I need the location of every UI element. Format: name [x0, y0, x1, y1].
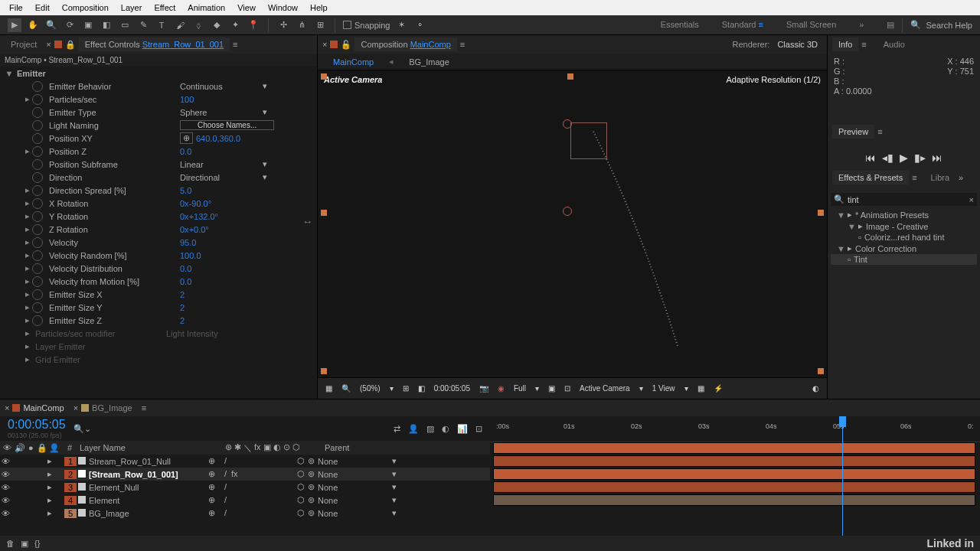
eye-icon[interactable]: 👁: [2, 457, 10, 466]
snapping-checkbox[interactable]: Snapping: [343, 21, 390, 30]
next-frame-icon[interactable]: ▮▸: [914, 152, 926, 164]
value[interactable]: +0.0°: [189, 225, 209, 234]
puppet-tool-icon[interactable]: 📍: [247, 18, 260, 32]
prop-velocity-distribution[interactable]: ▸Velocity Distribution0.0: [0, 262, 317, 275]
mask-icon[interactable]: ◧: [418, 384, 425, 393]
snapshot-icon[interactable]: 📷: [479, 384, 488, 393]
parent-dropdown[interactable]: None: [318, 457, 338, 466]
menu-help[interactable]: Help: [304, 2, 334, 14]
stopwatch-icon[interactable]: [32, 224, 43, 235]
prop-z-rotation[interactable]: ▸Z Rotation0x+0.0°: [0, 223, 317, 236]
value[interactable]: 640.0,360.0: [196, 134, 240, 143]
chevron-down-icon[interactable]: ▾: [639, 384, 643, 393]
value[interactable]: 0.0: [180, 147, 191, 156]
panel-menu-icon[interactable]: ≡: [460, 40, 465, 49]
prev-frame-icon[interactable]: ◂▮: [882, 152, 893, 164]
res-icon[interactable]: ⊞: [403, 384, 409, 393]
menu-composition[interactable]: Composition: [56, 2, 115, 14]
layer-bar[interactable]: [493, 494, 975, 506]
timeline-timecode[interactable]: 0:00:05:05: [8, 418, 66, 432]
pickwhip-icon[interactable]: ⊚: [308, 508, 315, 518]
hand-tool-icon[interactable]: ✋: [26, 18, 40, 32]
stopwatch-icon[interactable]: [32, 263, 43, 274]
tl-opt-icon[interactable]: ⇄: [394, 424, 400, 434]
current-time-indicator[interactable]: [842, 416, 843, 551]
tl-graph-icon[interactable]: 📊: [457, 424, 468, 434]
fast-preview-icon[interactable]: ⚡: [714, 384, 723, 393]
overflow-icon[interactable]: »: [959, 173, 963, 182]
value[interactable]: +132.0°: [189, 212, 218, 221]
eye-column-icon[interactable]: 👁: [3, 443, 11, 453]
stopwatch-icon[interactable]: [32, 237, 43, 248]
axis2-icon[interactable]: ⋔: [295, 18, 309, 32]
chevron-down-icon[interactable]: ▾: [392, 482, 397, 492]
dropdown[interactable]: Linear▾: [180, 159, 272, 169]
value[interactable]: 0x: [180, 199, 189, 208]
prop-particles-sec[interactable]: ▸Particles/sec100: [0, 93, 317, 106]
stopwatch-icon[interactable]: [32, 289, 43, 300]
workspace-overflow-icon[interactable]: »: [859, 20, 864, 30]
stopwatch-icon[interactable]: [32, 94, 43, 105]
dropdown[interactable]: Continuous▾: [180, 81, 272, 91]
3d-switch[interactable]: ⬡: [297, 469, 305, 479]
comp-mini-icon[interactable]: ▣: [21, 539, 28, 549]
prop-light-naming[interactable]: Light NamingChoose Names...: [0, 119, 317, 132]
orbit-tool-icon[interactable]: ⟳: [63, 18, 77, 32]
fx-switch[interactable]: fx: [231, 469, 238, 479]
panel-menu-icon[interactable]: ≡: [877, 127, 882, 136]
prop-position-subframe[interactable]: Position SubframeLinear▾: [0, 158, 317, 171]
exposure-icon[interactable]: ◐: [812, 384, 819, 393]
timeline-ruler[interactable]: :00s01s02s03s04s05s06s0:: [490, 416, 980, 442]
value[interactable]: 0x: [180, 225, 189, 234]
value[interactable]: 2: [180, 303, 185, 312]
chevron-down-icon[interactable]: ▾: [392, 495, 397, 505]
value[interactable]: 0.0: [180, 277, 191, 286]
menu-view[interactable]: View: [231, 2, 262, 14]
stopwatch-icon[interactable]: [32, 315, 43, 326]
play-icon[interactable]: ▶: [900, 152, 908, 164]
tab-info[interactable]: Info: [832, 37, 858, 51]
3d-switch[interactable]: ⬡: [297, 508, 305, 518]
solo-column-icon[interactable]: ●: [28, 443, 34, 453]
value[interactable]: 100.0: [180, 251, 201, 260]
switch[interactable]: ⊕: [208, 508, 215, 518]
prop-position-xy[interactable]: Position XY⊕640.0,360.0: [0, 132, 317, 145]
stopwatch-icon[interactable]: [32, 302, 43, 313]
composition-viewer[interactable]: Active Camera Adaptive Resolution (1/2) …: [318, 70, 827, 377]
switch[interactable]: /: [224, 469, 227, 479]
effects-tree-item[interactable]: ▫Tint: [831, 254, 977, 265]
chevron-down-icon[interactable]: ▾: [392, 469, 397, 479]
transparency-icon[interactable]: ▣: [548, 384, 555, 393]
menu-file[interactable]: File: [3, 2, 29, 14]
prop-x-rotation[interactable]: ▸X Rotation0x-90.0°: [0, 197, 317, 210]
prop-emitter-size-z[interactable]: ▸Emitter Size Z2: [0, 314, 317, 327]
tab-effect-controls[interactable]: Effect Controls Stream_Row_01_001: [79, 37, 230, 51]
tab-close-icon[interactable]: ×: [322, 40, 327, 49]
zoom-tool-icon[interactable]: 🔍: [44, 18, 58, 32]
chevron-down-icon[interactable]: ▾: [392, 508, 397, 518]
lock-icon[interactable]: 🔓: [341, 40, 351, 50]
3d-switch[interactable]: ⬡: [297, 482, 305, 492]
value[interactable]: 0x: [180, 212, 189, 221]
eye-icon[interactable]: 👁: [2, 470, 10, 479]
choose-names-button[interactable]: Choose Names...: [180, 120, 274, 130]
magnify-icon[interactable]: 🔍: [341, 384, 351, 393]
switch[interactable]: /: [224, 456, 227, 466]
search-icon[interactable]: 🔍⌄: [74, 424, 91, 434]
views-dd[interactable]: 1 View: [652, 384, 675, 393]
audio-column-icon[interactable]: 🔊: [15, 443, 25, 453]
parent-dropdown[interactable]: None: [318, 483, 338, 492]
menu-effect[interactable]: Effect: [148, 2, 181, 14]
close-icon[interactable]: ×: [5, 403, 9, 412]
switch[interactable]: ⊕: [208, 456, 215, 466]
layer-row[interactable]: 👁 ▸ 1 Stream_Row_01_Null ⊕ / ⬡ ⊚ None ▾: [0, 455, 490, 468]
snap-opt2-icon[interactable]: ⚬: [413, 18, 427, 32]
switch[interactable]: /: [224, 508, 227, 518]
twirl-icon[interactable]: ▸: [47, 456, 52, 465]
stopwatch-icon[interactable]: [32, 133, 43, 144]
stopwatch-icon[interactable]: [32, 276, 43, 287]
region-icon[interactable]: ⊡: [564, 384, 570, 393]
brush-tool-icon[interactable]: 🖌: [173, 18, 187, 32]
value[interactable]: 2: [180, 290, 185, 299]
prop-emitter-behavior[interactable]: Emitter BehaviorContinuous▾: [0, 80, 317, 93]
